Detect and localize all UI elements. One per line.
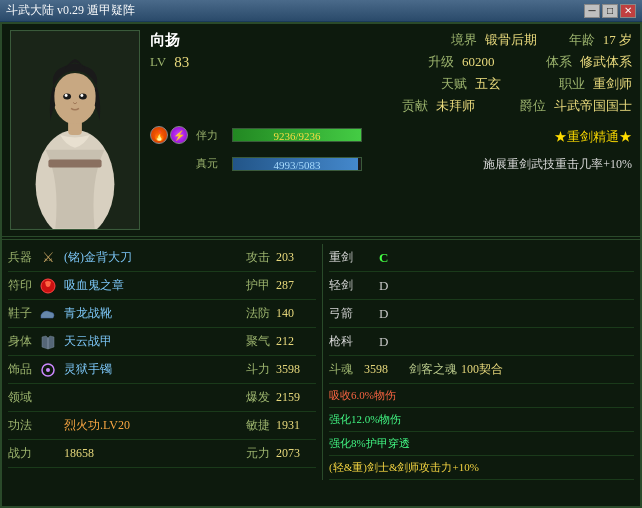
bar-icons: 🔥 ⚡ [150, 126, 188, 144]
equip-right: 重剑 C 轻剑 D 弓箭 D 枪科 D 斗魂 3598 剑客之魂 100契合 [322, 244, 640, 480]
equip-stat-val-2: 140 [276, 306, 316, 321]
equip-stat-name-3: 聚气 [246, 333, 276, 350]
weapon-rank-2: D [379, 306, 388, 322]
hp-text: 9236/9236 [233, 129, 361, 143]
equip-stat-val-5: 2159 [276, 390, 316, 405]
svg-point-6 [65, 94, 68, 97]
special-extra: 100契合 [461, 361, 503, 378]
svg-point-11 [46, 368, 50, 372]
weapon-name-2: 弓箭 [329, 305, 379, 322]
gongxian-row: 贡献 未拜师 爵位 斗武帝国国士 [150, 96, 632, 116]
char-name: 向扬 [150, 31, 180, 50]
juewei-label: 爵位 [520, 97, 550, 115]
weapon-rank-0: C [379, 250, 388, 266]
zhiye-label: 职业 [559, 75, 589, 93]
buff-row-4: (轻&重)剑士&剑师攻击力+10% [329, 456, 634, 480]
weapon-rank-1: D [379, 278, 388, 294]
jingjie-label: 境界 [451, 31, 481, 49]
equip-type-5: 领域 [8, 389, 38, 406]
main-content: 向扬 境界 锻骨后期 年龄 17 岁 LV 83 升级 60200 体系 修武体… [0, 22, 642, 508]
buff-line1: 吸收6.0%物伤 [329, 388, 396, 403]
equip-type-0: 兵器 [8, 249, 38, 266]
section-divider [2, 239, 640, 240]
equip-name-1: 吸血鬼之章 [64, 277, 246, 294]
fire-icon: 🔥 [150, 126, 168, 144]
nianling-label: 年龄 [569, 31, 599, 49]
purple-icon: ⚡ [170, 126, 188, 144]
equip-left: 兵器 ⚔ (铭)金背大刀 攻击 203 符印 [2, 244, 322, 480]
title-bar-buttons: ─ □ ✕ [584, 4, 636, 18]
buff-col: 吸收6.0%物伤 [329, 388, 396, 403]
equip-type-1: 符印 [8, 277, 38, 294]
equip-row-5: 领域 爆发 2159 [8, 384, 316, 412]
equip-type-4: 饰品 [8, 361, 38, 378]
equip-row-3: 身体 天云战甲 聚气 212 [8, 328, 316, 356]
lv-value: 83 [174, 54, 189, 71]
buff-line2: 强化12.0%物伤 [329, 412, 401, 427]
nianling-value: 17 岁 [603, 31, 632, 49]
lv-row: LV 83 升级 60200 体系 修武体系 [150, 52, 632, 72]
skill-desc: 施展重剑武技重击几率+10% [483, 156, 632, 173]
equip-stat-val-7: 2073 [276, 446, 316, 461]
equip-row-6: 功法 烈火功.LV20 敏捷 1931 [8, 412, 316, 440]
weapon-row-0: 重剑 C [329, 244, 634, 272]
equip-name-2: 青龙战靴 [64, 305, 246, 322]
equip-section: 兵器 ⚔ (铭)金背大刀 攻击 203 符印 [2, 242, 640, 482]
tixi-label: 体系 [546, 53, 576, 71]
equip-type-2: 鞋子 [8, 305, 38, 322]
equip-stat-val-0: 203 [276, 250, 316, 265]
equip-icon-0: ⚔ [38, 248, 60, 268]
equip-type-6: 功法 [8, 417, 38, 434]
maximize-button[interactable]: □ [602, 4, 618, 18]
equip-stat-name-6: 敏捷 [246, 417, 276, 434]
equip-stat-name-1: 护甲 [246, 277, 276, 294]
shengji-value: 60200 [462, 54, 522, 70]
name-row: 向扬 境界 锻骨后期 年龄 17 岁 [150, 30, 632, 50]
zhiye-value: 重剑师 [593, 75, 632, 93]
svg-point-3 [53, 73, 96, 124]
equip-row-2: 鞋子 青龙战靴 法防 140 [8, 300, 316, 328]
equip-icon-3 [38, 332, 60, 352]
equip-name-3: 天云战甲 [64, 333, 246, 350]
weapon-row-1: 轻剑 D [329, 272, 634, 300]
equip-stat-val-3: 212 [276, 334, 316, 349]
top-section: 向扬 境界 锻骨后期 年龄 17 岁 LV 83 升级 60200 体系 修武体… [2, 24, 640, 237]
equip-type-3: 身体 [8, 333, 38, 350]
equip-name-0: (铭)金背大刀 [64, 249, 246, 266]
mp-bar: 4993/5083 [232, 157, 362, 171]
weapon-name-1: 轻剑 [329, 277, 379, 294]
lv-label: LV [150, 54, 166, 70]
buff-row-2: 强化12.0%物伤 [329, 408, 634, 432]
tianfu-value: 五玄 [475, 75, 535, 93]
mp-label: 真元 [196, 156, 224, 171]
equip-stat-val-1: 287 [276, 278, 316, 293]
buff-col3: 强化8%护甲穿透 [329, 436, 410, 451]
title-bar: 斗武大陆 v0.29 遁甲疑阵 ─ □ ✕ [0, 0, 642, 22]
equip-name-4: 灵狱手镯 [64, 361, 246, 378]
equip-row-7: 战力 18658 元力 2073 [8, 440, 316, 468]
equip-icon-2 [38, 304, 60, 324]
gongxian-label: 贡献 [402, 97, 432, 115]
close-button[interactable]: ✕ [620, 4, 636, 18]
equip-stat-name-5: 爆发 [246, 389, 276, 406]
buff-line4: (轻&重)剑士&剑师攻击力+10% [329, 460, 479, 475]
buff-col4: (轻&重)剑士&剑师攻击力+10% [329, 460, 479, 475]
title-bar-text: 斗武大陆 v0.29 遁甲疑阵 [6, 2, 135, 19]
weapon-name-0: 重剑 [329, 249, 379, 266]
jingjie-value: 锻骨后期 [485, 31, 545, 49]
equip-stat-name-0: 攻击 [246, 249, 276, 266]
equip-row-0: 兵器 ⚔ (铭)金背大刀 攻击 203 [8, 244, 316, 272]
mp-bar-row: 真元 4993/5083 施展重剑武技重击几率+10% [150, 154, 632, 173]
svg-point-7 [80, 94, 83, 97]
skill-title: ★重剑精通★ [554, 128, 632, 146]
juewei-value: 斗武帝国国士 [554, 97, 632, 115]
special-value: 3598 [364, 362, 409, 377]
weapon-row-2: 弓箭 D [329, 300, 634, 328]
equip-stat-val-4: 3598 [276, 362, 316, 377]
minimize-button[interactable]: ─ [584, 4, 600, 18]
special-desc: 剑客之魂 [409, 361, 457, 378]
special-row: 斗魂 3598 剑客之魂 100契合 [329, 356, 634, 384]
hp-bar-row: 🔥 ⚡ 伴力 9236/9236 ★重剑精通★ [150, 124, 632, 146]
buff-row-3: 强化8%护甲穿透 [329, 432, 634, 456]
equip-row-1: 符印 吸血鬼之章 护甲 287 [8, 272, 316, 300]
